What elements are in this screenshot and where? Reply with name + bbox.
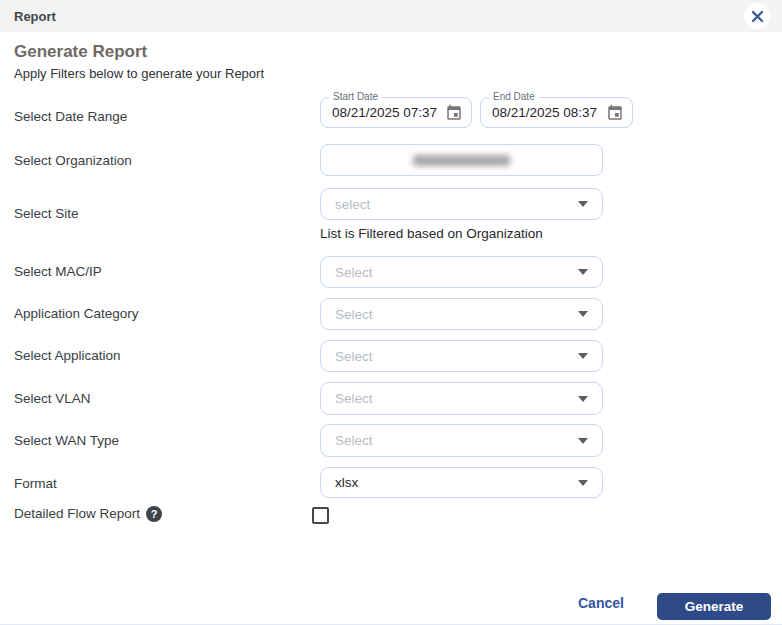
label-organization: Select Organization [14,153,132,169]
organization-input[interactable] [320,144,603,176]
end-date-label: End Date [489,91,539,103]
page-title: Generate Report [14,42,147,62]
format-select[interactable]: xlsx [320,467,603,498]
end-date-value[interactable]: 08/21/2025 08:37 [492,105,604,120]
dialog-title: Report [14,9,56,24]
chevron-down-icon [578,311,588,317]
label-vlan: Select VLAN [14,391,91,407]
close-button[interactable] [744,3,770,29]
generate-report-dialog: Report Generate Report Apply Filters bel… [0,0,782,625]
start-date-calendar-button[interactable] [443,102,465,124]
chevron-down-icon [578,269,588,275]
detailed-flow-report-text: Detailed Flow Report [14,506,140,522]
dialog-header: Report [0,0,782,32]
label-site: Select Site [14,206,79,222]
chevron-down-icon [578,438,588,444]
wan-type-select-placeholder: Select [335,433,578,448]
chevron-down-icon [578,353,588,359]
wan-type-select[interactable]: Select [320,424,603,457]
start-date-value[interactable]: 08/21/2025 07:37 [332,105,443,120]
calendar-icon [445,104,463,122]
application-select-placeholder: Select [335,349,578,364]
vlan-select[interactable]: Select [320,382,603,415]
label-detailed-flow-report: Detailed Flow Report ? [14,506,162,522]
label-app-category: Application Category [14,306,139,322]
label-application: Select Application [14,348,121,364]
chevron-down-icon [578,396,588,402]
chevron-down-icon [578,201,588,207]
application-select[interactable]: Select [320,340,603,372]
site-select[interactable]: select [320,188,603,220]
detailed-flow-report-checkbox[interactable] [312,507,329,524]
cancel-button[interactable]: Cancel [578,595,624,611]
label-mac-ip: Select MAC/IP [14,264,102,280]
calendar-icon [606,104,624,122]
vlan-select-placeholder: Select [335,391,578,406]
site-helper-text: List is Filtered based on Organization [320,226,543,241]
end-date-field[interactable]: End Date 08/21/2025 08:37 [480,97,633,128]
format-select-value: xlsx [335,475,578,490]
mac-ip-select[interactable]: Select [320,256,603,288]
label-date-range: Select Date Range [14,109,127,125]
app-category-select[interactable]: Select [320,298,603,330]
generate-button[interactable]: Generate [657,593,771,620]
question-mark-icon[interactable]: ? [146,506,162,522]
app-category-select-placeholder: Select [335,307,578,322]
label-wan-type: Select WAN Type [14,433,119,449]
site-select-placeholder: select [335,197,578,212]
start-date-field[interactable]: Start Date 08/21/2025 07:37 [320,97,472,128]
label-format: Format [14,476,57,492]
close-icon [751,10,764,23]
mac-ip-select-placeholder: Select [335,265,578,280]
end-date-calendar-button[interactable] [604,102,626,124]
start-date-label: Start Date [329,91,382,103]
chevron-down-icon [578,480,588,486]
organization-redacted-value [413,155,510,166]
page-subtitle: Apply Filters below to generate your Rep… [14,66,264,81]
